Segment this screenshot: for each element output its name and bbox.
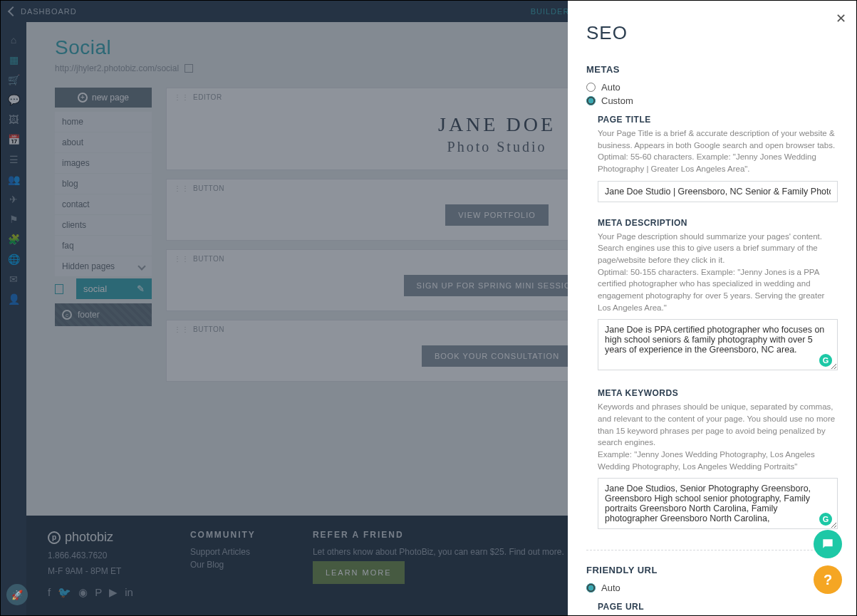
meta-keywords-heading: META KEYWORDS: [598, 388, 838, 398]
page-item-home[interactable]: home: [55, 112, 152, 132]
chevron-down-icon: [137, 262, 145, 270]
page-item-blog[interactable]: blog: [55, 174, 152, 194]
page-item-images[interactable]: images: [55, 153, 152, 173]
brand-logo[interactable]: p photobiz: [48, 530, 133, 545]
copyright-icon: c: [62, 310, 72, 320]
brand-icon: p: [48, 531, 61, 544]
globe-icon[interactable]: 🌐: [7, 253, 20, 266]
youtube-icon[interactable]: ▶: [109, 586, 118, 599]
users-icon[interactable]: 👥: [7, 173, 20, 186]
brand-name: photobiz: [65, 530, 113, 545]
meta-keywords-input[interactable]: [598, 478, 838, 529]
footer-phone: 1.866.463.7620: [48, 550, 133, 560]
left-rail: ⌂ ▦ 🛒 💬 🖼 📅 ☰ 👥 ✈ ⚑ 🧩 🌐 ✉ 👤: [1, 22, 26, 615]
social-label: social: [83, 283, 107, 294]
calendar-icon[interactable]: 📅: [7, 133, 20, 146]
meta-desc-input[interactable]: [598, 319, 838, 370]
new-page-label: new page: [92, 93, 129, 103]
page-list: + new page home about images blog contac…: [55, 88, 152, 382]
page-url-text: http://jhyler2.photobiz.com/social: [55, 63, 179, 73]
grip-icon[interactable]: ⋮⋮: [174, 255, 189, 263]
new-page-button[interactable]: + new page: [55, 88, 152, 108]
editor-block-label: EDITOR: [193, 93, 222, 101]
page-url-heading: PAGE URL: [598, 602, 838, 612]
page-title-heading: PAGE TITLE: [598, 115, 838, 125]
instagram-icon[interactable]: ◉: [78, 586, 88, 599]
seo-panel: ✕ SEO METAS Auto Custom PAGE TITLE Your …: [568, 1, 856, 615]
external-link-icon[interactable]: [185, 64, 193, 73]
help-fab[interactable]: ?: [814, 565, 842, 594]
page-item-footer[interactable]: c footer: [55, 303, 152, 326]
refer-text: Let others know about PhotoBiz, you can …: [313, 547, 564, 557]
tab-builder[interactable]: BUILDER: [528, 7, 573, 16]
doc-icon: [55, 284, 63, 294]
community-link-blog[interactable]: Our Blog: [190, 560, 256, 570]
image-icon[interactable]: 🖼: [7, 113, 20, 126]
facebook-icon[interactable]: f: [48, 586, 51, 599]
page-title-help: Your Page Title is a brief & accurate de…: [598, 127, 838, 175]
community-heading: COMMUNITY: [190, 530, 256, 540]
metas-heading: METAS: [586, 64, 838, 75]
page-item-faq[interactable]: faq: [55, 236, 152, 256]
view-portfolio-button[interactable]: VIEW PORTFOLIO: [445, 204, 549, 226]
pencil-icon: ✎: [137, 283, 145, 294]
page-url-value: http://jhyler2.photobiz.com/social: [598, 615, 838, 615]
meta-desc-help: Your Page description should summarize y…: [598, 231, 838, 314]
book-consultation-button[interactable]: BOOK YOUR CONSULTATION: [422, 345, 572, 367]
close-icon[interactable]: ✕: [836, 11, 846, 26]
chat-icon[interactable]: 💬: [7, 93, 20, 106]
friendly-auto-radio[interactable]: Auto: [586, 583, 838, 593]
cart-icon[interactable]: 🛒: [7, 73, 20, 86]
page-item-contact[interactable]: contact: [55, 194, 152, 214]
refer-heading: REFER A FRIEND: [313, 530, 564, 540]
grip-icon[interactable]: ⋮⋮: [174, 184, 189, 192]
button-block-label: BUTTON: [193, 184, 224, 192]
plus-icon: +: [78, 93, 88, 103]
twitter-icon[interactable]: 🐦: [58, 586, 71, 599]
linkedin-icon[interactable]: in: [125, 586, 133, 599]
footer-label: footer: [78, 310, 100, 320]
chat-fab[interactable]: [814, 530, 842, 558]
page-item-about[interactable]: about: [55, 132, 152, 152]
metas-auto-radio[interactable]: Auto: [586, 82, 838, 93]
mail-icon[interactable]: ✉: [7, 273, 20, 286]
divider: [586, 550, 838, 550]
puzzle-icon[interactable]: 🧩: [7, 233, 20, 246]
hidden-pages-toggle[interactable]: Hidden pages: [55, 256, 152, 276]
page-item-social[interactable]: social ✎: [76, 278, 152, 299]
pages-icon[interactable]: ▦: [7, 53, 20, 66]
grip-icon[interactable]: ⋮⋮: [174, 325, 189, 333]
page-item-clients[interactable]: clients: [55, 215, 152, 235]
community-link-support[interactable]: Support Articles: [190, 547, 256, 557]
send-icon[interactable]: ✈: [7, 193, 20, 206]
grip-icon[interactable]: ⋮⋮: [174, 93, 189, 101]
button-block-label: BUTTON: [193, 325, 224, 333]
footer-socials: f 🐦 ◉ P ▶ in: [48, 586, 133, 599]
seo-title: SEO: [586, 22, 838, 44]
home-icon[interactable]: ⌂: [7, 33, 20, 46]
back-to-dashboard[interactable]: DASHBOARD: [1, 7, 85, 16]
footer-hours: M-F 9AM - 8PM ET: [48, 566, 133, 576]
hidden-pages-label: Hidden pages: [62, 261, 115, 271]
friendly-url-heading: FRIENDLY URL: [586, 565, 838, 575]
rocket-fab[interactable]: 🚀: [6, 584, 28, 605]
button-block-label: BUTTON: [193, 255, 224, 263]
flag-icon[interactable]: ⚑: [7, 213, 20, 226]
metas-custom-radio[interactable]: Custom: [586, 95, 838, 106]
dashboard-label: DASHBOARD: [21, 7, 77, 16]
chevron-left-icon: [8, 6, 18, 16]
user-icon[interactable]: 👤: [7, 293, 20, 306]
page-title-input[interactable]: [598, 181, 838, 202]
learn-more-button[interactable]: LEARN MORE: [313, 561, 405, 584]
signup-session-button[interactable]: SIGN UP FOR SPRING MINI SESSION: [404, 275, 591, 296]
pinterest-icon[interactable]: P: [95, 586, 102, 599]
meta-keywords-help: Keywords and phrases should be unique, s…: [598, 401, 838, 472]
list-icon[interactable]: ☰: [7, 153, 20, 166]
meta-desc-heading: META DESCRIPTION: [598, 218, 838, 228]
